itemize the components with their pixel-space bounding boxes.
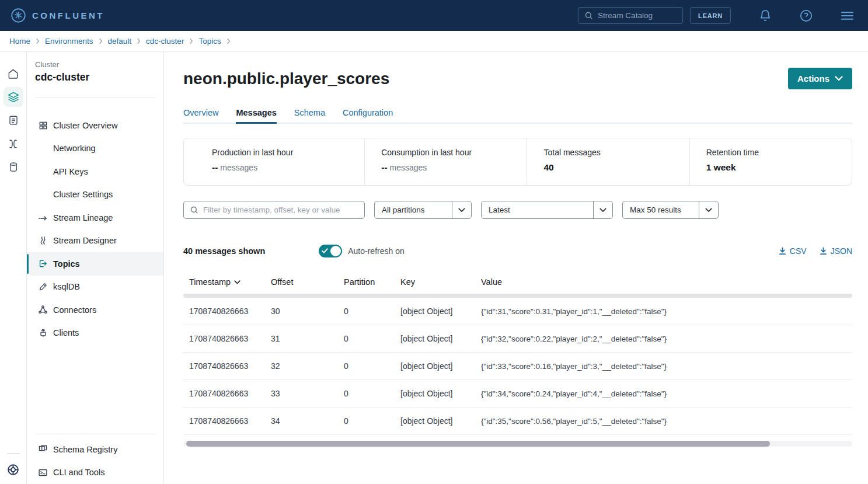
column-header-offset[interactable]: Offset <box>271 277 344 287</box>
breadcrumb-default[interactable]: default <box>108 37 132 46</box>
table-cell: [object Object] <box>400 334 481 343</box>
main-menu-button[interactable] <box>841 11 854 21</box>
rail-environments-button[interactable] <box>4 87 23 107</box>
sidebar-divider <box>35 98 155 98</box>
sort-chevron-icon <box>234 280 240 284</box>
scrollbar-thumb[interactable] <box>186 441 770 447</box>
max-results-dropdown[interactable]: Max 50 results <box>622 201 719 219</box>
actions-button[interactable]: Actions <box>788 68 852 89</box>
column-label: Timestamp <box>189 277 231 287</box>
tab-overview[interactable]: Overview <box>183 108 218 123</box>
chevron-right-icon <box>36 38 40 44</box>
sidebar-item-label: ksqlDB <box>53 282 80 291</box>
stat-label: Consumption in last hour <box>381 148 521 157</box>
toggle-knob <box>330 246 341 256</box>
column-header-partition[interactable]: Partition <box>344 277 400 287</box>
table-cell: [object Object] <box>400 389 481 398</box>
order-dropdown[interactable]: Latest <box>481 201 613 219</box>
learn-button[interactable]: LEARN <box>690 7 731 24</box>
table-cell: 1708740826663 <box>189 334 271 343</box>
breadcrumb-environments[interactable]: Environments <box>45 37 93 46</box>
sidebar-item-schema-registry[interactable]: Schema Registry <box>27 438 163 461</box>
column-header-value[interactable]: Value <box>481 277 852 287</box>
table-cell: {"id":32,"score":0.22,"player_id":2,"__d… <box>481 335 852 343</box>
search-icon <box>584 11 593 20</box>
rail-data-button[interactable] <box>4 157 23 177</box>
sidebar-item-connectors[interactable]: Connectors <box>27 298 163 322</box>
table-row[interactable]: 1708740826663310[object Object]{"id":32,… <box>183 325 852 353</box>
tab-configuration[interactable]: Configuration <box>343 108 393 123</box>
bowtie-icon <box>8 138 19 149</box>
sidebar-item-ksqldb[interactable]: ksqlDB <box>27 276 163 299</box>
tab-messages[interactable]: Messages <box>236 108 276 123</box>
table-cell: {"id":34,"score":0.24,"player_id":4,"__d… <box>481 389 852 398</box>
stat-total-messages: Total messages 40 <box>527 138 689 185</box>
max-results-dropdown-value: Max 50 results <box>623 206 699 214</box>
sidebar-item-cluster-overview[interactable]: Cluster Overview <box>27 114 163 137</box>
home-icon <box>8 68 19 79</box>
layers-icon <box>8 91 19 103</box>
cluster-sidebar: Cluster cdc-cluster Cluster Overview Net… <box>27 52 164 484</box>
breadcrumb-cdc-cluster[interactable]: cdc-cluster <box>146 37 184 46</box>
stat-label: Production in last hour <box>212 148 358 157</box>
message-filter-input[interactable] <box>203 206 358 214</box>
stat-value: -- <box>381 162 387 172</box>
stat-value: 1 week <box>706 162 736 172</box>
stat-suffix: messages <box>220 163 257 172</box>
sidebar-item-clients[interactable]: Clients <box>27 322 163 345</box>
table-row[interactable]: 1708740826663330[object Object]{"id":34,… <box>183 380 852 408</box>
chevron-right-icon <box>137 38 141 44</box>
table-cell: [object Object] <box>400 307 481 316</box>
table-cell: 0 <box>344 389 400 398</box>
column-header-key[interactable]: Key <box>400 277 481 287</box>
breadcrumb-topics[interactable]: Topics <box>198 37 221 46</box>
column-label: Key <box>400 277 415 287</box>
breadcrumb-home[interactable]: Home <box>9 37 30 46</box>
download-json-link[interactable]: JSON <box>820 246 852 256</box>
sidebar-item-stream-lineage[interactable]: Stream Lineage <box>27 206 163 229</box>
grid-icon <box>38 120 48 130</box>
table-cell: {"id":35,"score":0.56,"player_id":5,"__d… <box>481 417 852 426</box>
table-cell: 0 <box>344 416 400 426</box>
confluent-logo-icon <box>11 8 26 23</box>
rail-flink-button[interactable] <box>4 134 23 154</box>
table-cell: 1708740826663 <box>189 416 271 426</box>
column-label: Partition <box>344 277 375 287</box>
help-button[interactable] <box>800 9 813 22</box>
breadcrumb: Home Environments default cdc-cluster To… <box>0 31 868 52</box>
download-csv-link[interactable]: CSV <box>779 246 807 256</box>
stat-suffix: messages <box>390 163 427 172</box>
client-icon <box>38 328 48 338</box>
rail-document-button[interactable] <box>4 110 23 130</box>
stat-consumption: Consumption in last hour --messages <box>364 138 527 185</box>
column-label: Offset <box>271 277 293 287</box>
table-row[interactable]: 1708740826663340[object Object]{"id":35,… <box>183 408 852 435</box>
table-row[interactable]: 1708740826663320[object Object]{"id":33,… <box>183 353 852 380</box>
sidebar-item-label: Topics <box>53 259 80 269</box>
stream-catalog-input[interactable] <box>598 11 677 20</box>
sidebar-item-topics[interactable]: Topics <box>27 252 163 276</box>
nodes-icon <box>38 305 48 315</box>
stream-catalog-search[interactable] <box>578 7 683 24</box>
sidebar-item-api-keys[interactable]: API Keys <box>27 160 163 183</box>
sidebar-item-stream-designer[interactable]: Stream Designer <box>27 229 163 253</box>
tab-schema[interactable]: Schema <box>294 108 325 123</box>
rail-support-button[interactable] <box>4 459 23 479</box>
confluent-brand[interactable]: CONFLUENT <box>11 8 104 23</box>
message-filter-search[interactable] <box>183 201 365 219</box>
sidebar-item-label: API Keys <box>53 167 88 176</box>
partitions-dropdown[interactable]: All partitions <box>374 201 472 219</box>
sidebar-item-cluster-settings[interactable]: Cluster Settings <box>27 183 163 207</box>
column-header-timestamp[interactable]: Timestamp <box>189 277 271 287</box>
chevron-down-icon <box>699 201 718 218</box>
top-navbar: CONFLUENT LEARN <box>0 0 868 31</box>
table-row[interactable]: 1708740826663300[object Object]{"id":31,… <box>183 298 852 325</box>
auto-refresh-toggle[interactable] <box>319 245 342 257</box>
sidebar-item-networking[interactable]: Networking <box>27 137 163 161</box>
sidebar-item-cli-and-tools[interactable]: CLI and Tools <box>27 461 163 484</box>
stat-label: Total messages <box>543 148 683 157</box>
lineage-arrow-icon <box>38 213 48 222</box>
notifications-button[interactable] <box>759 9 772 22</box>
main-content: neon.public.player_scores Actions Overvi… <box>164 52 868 484</box>
rail-home-button[interactable] <box>4 64 23 83</box>
